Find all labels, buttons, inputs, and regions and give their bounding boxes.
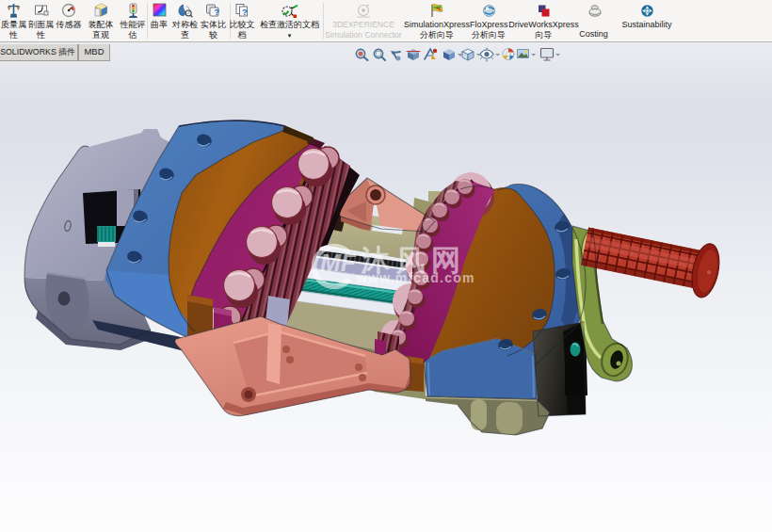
svg-text:?: ?: [242, 8, 248, 17]
svg-text:?: ?: [215, 8, 220, 17]
